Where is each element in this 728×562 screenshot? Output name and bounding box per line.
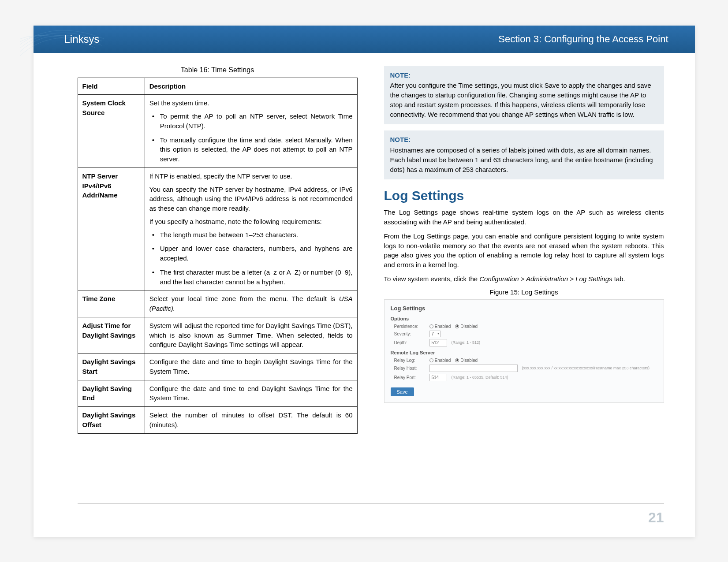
ss-row-depth: Depth: 512 (Range: 1 - 512) [391, 339, 657, 346]
ss-row-relay-port: Relay Port: 514 (Range: 1 - 65535, Defau… [391, 374, 657, 381]
radio-icon [429, 324, 433, 328]
field-cell: Adjust Time for Daylight Savings [78, 317, 145, 353]
desc-bullet: To permit the AP to poll an NTP server, … [151, 112, 353, 131]
desc-bullet: To manually configure the time and date,… [151, 135, 353, 164]
body-span: tab. [612, 275, 625, 283]
ss-section-options: Options [391, 316, 657, 321]
desc-cell: Set the system time. To permit the AP to… [145, 95, 357, 168]
body-paragraph: From the Log Settings page, you can enab… [384, 231, 664, 270]
desc-text: System will adjust the reported time for… [149, 321, 353, 350]
figure-caption: Figure 15: Log Settings [384, 288, 664, 296]
desc-text: You can specify the NTP server by hostna… [149, 185, 353, 213]
section-title: Section 3: Configuring the Access Point [498, 33, 668, 45]
table-row: NTP Server IPv4/IPv6 Addr/Name If NTP is… [78, 167, 357, 290]
table-row: Time Zone Select your local time zone fr… [78, 290, 357, 317]
page-content: Table 16: Time Settings Field Descriptio… [34, 53, 695, 434]
depth-input[interactable]: 512 [429, 339, 447, 346]
ss-hint: (Range: 1 - 512) [452, 340, 481, 345]
desc-span: Select your local time zone from the men… [149, 295, 339, 302]
ss-label: Severity: [394, 331, 425, 336]
ss-row-relay-log: Relay Log: Enabled Disabled [391, 358, 657, 363]
note-label: NOTE: [390, 135, 658, 145]
field-cell: Daylight Savings Start [78, 354, 145, 380]
radio-icon [455, 324, 459, 328]
page-number: 21 [648, 510, 664, 526]
header-bar: Linksys Section 3: Configuring the Acces… [34, 26, 695, 53]
radio-label: Enabled [435, 324, 451, 329]
radio-icon [429, 358, 433, 362]
save-button[interactable]: Save [391, 387, 414, 396]
nav-path: Configuration > Administration > Log Set… [479, 275, 612, 283]
desc-text: Select your local time zone from the men… [149, 294, 353, 313]
field-cell: Daylight Saving End [78, 380, 145, 407]
desc-text: Configure the date and time to end Dayli… [149, 384, 353, 403]
desc-text: Select the number of minutes to offset D… [149, 410, 353, 430]
desc-cell: If NTP is enabled, specify the NTP serve… [145, 167, 357, 290]
desc-text: If you specify a hostname, note the foll… [149, 217, 353, 227]
relay-host-input[interactable] [429, 365, 518, 372]
relay-enabled-radio[interactable]: Enabled [429, 358, 451, 363]
persistence-enabled-radio[interactable]: Enabled [429, 324, 451, 329]
note-box: NOTE: After you configure the Time setti… [384, 66, 664, 125]
ss-section-remote: Remote Log Server [391, 350, 657, 355]
table-header-row: Field Description [78, 78, 357, 95]
desc-bullet: Upper and lower case characters, numbers… [151, 244, 353, 263]
ss-label: Relay Host: [394, 366, 425, 371]
desc-cell: System will adjust the reported time for… [145, 317, 357, 353]
ss-row-severity: Severity: 7 [391, 331, 657, 337]
field-cell: Time Zone [78, 290, 145, 317]
ss-row-persistence: Persistence: Enabled Disabled [391, 324, 657, 329]
note-label: NOTE: [390, 71, 658, 80]
table-caption: Table 16: Time Settings [78, 66, 358, 74]
ss-hint: (xxx.xxx.xxx.xxx / xx:xx:xx:xx:xx:xx:xx:… [522, 366, 650, 370]
th-field: Field [78, 78, 145, 95]
note-body: After you configure the Time settings, y… [390, 81, 658, 119]
radio-label: Disabled [460, 358, 478, 363]
note-box: NOTE: Hostnames are composed of a series… [384, 130, 664, 179]
desc-text: Set the system time. [149, 98, 353, 108]
persistence-disabled-radio[interactable]: Disabled [455, 324, 478, 329]
desc-cell: Select the number of minutes to offset D… [145, 407, 357, 434]
th-description: Description [145, 78, 357, 95]
right-column: NOTE: After you configure the Time setti… [384, 66, 664, 434]
table-row: Daylight Savings Offset Select the numbe… [78, 407, 357, 434]
relay-disabled-radio[interactable]: Disabled [455, 358, 478, 363]
section-heading: Log Settings [384, 188, 664, 203]
note-body: Hostnames are composed of a series of la… [390, 145, 658, 174]
table-row: Daylight Savings Start Configure the dat… [78, 354, 357, 380]
desc-cell: Select your local time zone from the men… [145, 290, 357, 317]
radio-label: Disabled [460, 324, 478, 329]
desc-cell: Configure the date and time to begin Day… [145, 354, 357, 380]
table-row: System Clock Source Set the system time.… [78, 95, 357, 168]
left-column: Table 16: Time Settings Field Descriptio… [78, 66, 358, 434]
field-cell: System Clock Source [78, 95, 145, 168]
field-cell: Daylight Savings Offset [78, 407, 145, 434]
desc-text: Configure the date and time to begin Day… [149, 357, 353, 376]
table-row: Adjust Time for Daylight Savings System … [78, 317, 357, 353]
document-page: Linksys Section 3: Configuring the Acces… [34, 26, 695, 537]
time-settings-table: Field Description System Clock Source Se… [78, 78, 358, 434]
ss-label: Relay Log: [394, 358, 425, 363]
radio-icon [455, 358, 459, 362]
body-span: To view system events, click the [384, 275, 480, 283]
ss-label: Persistence: [394, 324, 425, 329]
desc-bullet: The first character must be a letter (a–… [151, 268, 353, 287]
severity-select[interactable]: 7 [429, 331, 441, 337]
body-paragraph: To view system events, click the Configu… [384, 274, 664, 284]
figure-screenshot: Log Settings Options Persistence: Enable… [384, 299, 664, 403]
desc-bullet: The length must be between 1–253 charact… [151, 230, 353, 240]
relay-port-input[interactable]: 514 [429, 374, 447, 381]
table-row: Daylight Saving End Configure the date a… [78, 380, 357, 407]
ss-title: Log Settings [391, 305, 657, 312]
ss-row-relay-host: Relay Host: (xxx.xxx.xxx.xxx / xx:xx:xx:… [391, 365, 657, 372]
desc-text: If NTP is enabled, specify the NTP serve… [149, 171, 353, 181]
body-paragraph: The Log Settings page shows real-time sy… [384, 208, 664, 227]
field-cell: NTP Server IPv4/IPv6 Addr/Name [78, 167, 145, 290]
brand-label: Linksys [64, 33, 100, 45]
ss-label: Depth: [394, 340, 425, 345]
desc-cell: Configure the date and time to end Dayli… [145, 380, 357, 407]
footer-rule [78, 503, 664, 504]
radio-label: Enabled [435, 358, 451, 363]
ss-hint: (Range: 1 - 65535, Default: 514) [452, 375, 508, 380]
ss-label: Relay Port: [394, 375, 425, 380]
